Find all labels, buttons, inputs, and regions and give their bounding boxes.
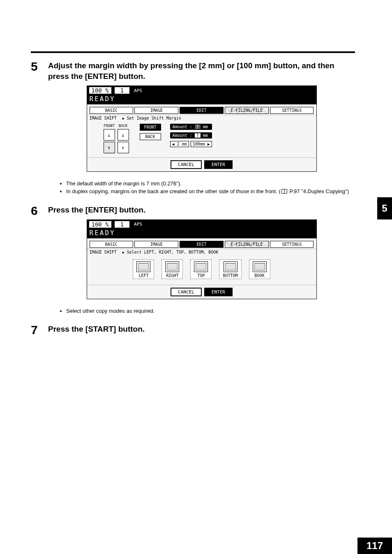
step-number: 6 xyxy=(31,205,48,303)
orientation-diagram: FRONT ↓ ↑ BACK ↓ ↑ xyxy=(104,124,129,153)
step6-notes: Select other copy modes as required. xyxy=(55,307,355,315)
tab-bar: BASIC IMAGE EDIT E-FILING/FILE SETTINGS xyxy=(87,238,316,249)
zoom-indicator: 100 % xyxy=(89,87,112,94)
page-number: 117 xyxy=(357,538,392,554)
option-label: BOTTOM xyxy=(223,273,238,278)
amount-front-row: Amount : 7 mm xyxy=(170,124,212,130)
bottom-shift-icon xyxy=(224,261,238,272)
quantity-indicator: 1 xyxy=(114,221,130,228)
step-heading: Adjust the margin width by pressing the … xyxy=(48,60,355,81)
tab-edit[interactable]: EDIT xyxy=(180,241,224,248)
option-right[interactable]: RIGHT xyxy=(161,259,183,279)
tab-settings[interactable]: SETTINGS xyxy=(270,241,314,248)
option-left[interactable]: LEFT xyxy=(133,259,154,279)
note-text: P.97 "4.Duplex Copying") xyxy=(288,188,349,194)
aps-label: APS xyxy=(132,88,144,94)
decrease-2mm-button[interactable]: ◀ 2 mm xyxy=(170,141,189,147)
left-shift-icon xyxy=(136,261,150,272)
note-text: In duplex copying, margins on the back a… xyxy=(66,188,281,194)
zoom-indicator: 100 % xyxy=(89,221,112,228)
quantity-indicator: 1 xyxy=(114,87,130,94)
amount-unit: mm xyxy=(203,133,208,138)
right-shift-icon xyxy=(165,261,179,272)
tab-basic[interactable]: BASIC xyxy=(90,241,134,248)
diagram-back-label: BACK xyxy=(119,124,128,128)
chapter-tab: 5 xyxy=(377,197,392,219)
amount-back-value: 7 xyxy=(195,133,201,138)
tab-basic[interactable]: BASIC xyxy=(90,107,134,114)
amount-label: Amount : xyxy=(173,133,192,138)
amount-label: Amount : xyxy=(173,125,192,129)
step-7: 7 Press the [START] button. xyxy=(31,324,355,339)
step-heading: Press the [ENTER] button. xyxy=(48,205,355,215)
tab-efiling[interactable]: E-FILING/FILE xyxy=(225,241,269,248)
status-ready: READY xyxy=(87,229,316,238)
status-ready: READY xyxy=(87,95,316,104)
note-select-modes: Select other copy modes as required. xyxy=(66,307,355,315)
cancel-button[interactable]: CANCEL xyxy=(171,288,202,296)
mode-label: IMAGE SHIFT xyxy=(90,250,117,254)
step-heading: Press the [START] button. xyxy=(48,324,355,335)
option-label: LEFT xyxy=(138,273,148,278)
book-icon xyxy=(281,189,287,194)
tab-settings[interactable]: SETTINGS xyxy=(270,107,314,114)
tab-bar: BASIC IMAGE EDIT E-FILING/FILE SETTINGS xyxy=(87,104,316,115)
up-arrow-icon: ↑ xyxy=(104,142,115,153)
copier-screen-select: 100 % 1 APS READY BASIC IMAGE EDIT E-FIL… xyxy=(87,219,317,299)
option-label: BOOK xyxy=(255,273,265,278)
up-arrow-icon: ↑ xyxy=(118,142,129,153)
option-book[interactable]: BOOK xyxy=(249,259,270,279)
option-bottom[interactable]: BOTTOM xyxy=(219,259,241,279)
amount-unit: mm xyxy=(203,125,208,129)
down-arrow-icon: ↓ xyxy=(104,129,115,141)
prompt-text: Select LEFT, RIGHT, TOP, BOTTOM, BOOK xyxy=(122,250,219,254)
step-number: 5 xyxy=(31,60,48,176)
step-5: 5 Adjust the margin width by pressing th… xyxy=(31,60,355,176)
step-6: 6 Press the [ENTER] button. 100 % 1 APS … xyxy=(31,205,355,303)
amount-front-value: 7 xyxy=(195,125,201,129)
back-button[interactable]: BACK xyxy=(140,133,161,140)
cancel-button[interactable]: CANCEL xyxy=(171,160,202,169)
tab-image[interactable]: IMAGE xyxy=(134,241,178,248)
front-button[interactable]: FRONT xyxy=(140,124,161,131)
note-default-margin: The default width of the margin is 7 mm … xyxy=(66,180,355,188)
tab-edit[interactable]: EDIT xyxy=(180,107,224,114)
aps-label: APS xyxy=(132,221,144,227)
copier-screen-margin: 100 % 1 APS READY BASIC IMAGE EDIT E-FIL… xyxy=(87,85,317,172)
mode-label: IMAGE SHIFT xyxy=(90,116,117,120)
increase-100mm-button[interactable]: 100mm ▶ xyxy=(191,141,212,147)
option-label: RIGHT xyxy=(166,273,178,278)
diagram-front-label: FRONT xyxy=(104,124,115,128)
step5-notes: The default width of the margin is 7 mm … xyxy=(55,180,355,196)
prompt-text: Set Image Shift Margin xyxy=(122,116,181,120)
option-label: TOP xyxy=(197,273,205,278)
tab-efiling[interactable]: E-FILING/FILE xyxy=(225,107,269,114)
book-shift-icon xyxy=(253,261,267,272)
down-arrow-icon: ↓ xyxy=(118,129,129,141)
amount-back-row: Amount : 7 mm xyxy=(170,132,212,138)
step-number: 7 xyxy=(31,324,48,339)
enter-button[interactable]: ENTER xyxy=(204,288,233,296)
option-top[interactable]: TOP xyxy=(190,259,212,279)
tab-image[interactable]: IMAGE xyxy=(134,107,178,114)
note-duplex: In duplex copying, margins on the back a… xyxy=(66,188,355,196)
enter-button[interactable]: ENTER xyxy=(204,160,233,169)
top-shift-icon xyxy=(194,261,208,272)
